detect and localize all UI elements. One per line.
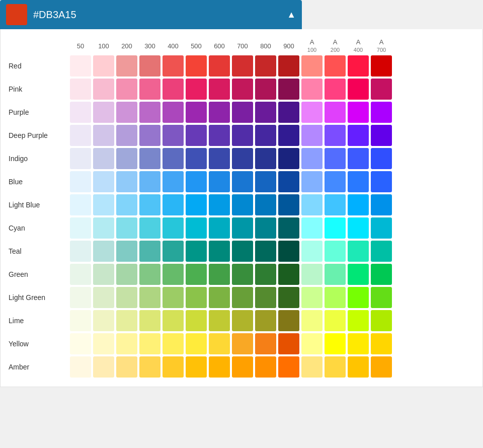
alpha-color-swatch[interactable] [371,125,392,146]
alpha-color-swatch[interactable] [348,241,369,262]
color-swatch[interactable] [139,333,160,354]
color-swatch[interactable] [186,310,207,331]
color-swatch[interactable] [209,102,230,123]
color-swatch[interactable] [278,171,299,192]
alpha-color-swatch[interactable] [348,148,369,169]
alpha-color-swatch[interactable] [301,217,323,239]
alpha-color-swatch[interactable] [301,55,323,77]
color-swatch[interactable] [278,55,299,77]
color-swatch[interactable] [278,217,299,239]
color-swatch[interactable] [93,125,114,146]
alpha-color-swatch[interactable] [371,102,392,123]
color-swatch[interactable] [209,148,230,169]
color-swatch[interactable] [93,241,114,262]
alpha-color-swatch[interactable] [348,356,369,378]
color-swatch[interactable] [255,194,276,215]
color-swatch[interactable] [70,194,91,215]
alpha-color-swatch[interactable] [325,148,346,169]
color-swatch[interactable] [163,264,184,285]
color-swatch[interactable] [232,310,253,331]
color-swatch[interactable] [209,333,230,354]
color-swatch[interactable] [186,356,207,378]
color-swatch[interactable] [93,287,114,308]
alpha-color-swatch[interactable] [325,125,346,146]
color-swatch[interactable] [116,102,137,123]
color-swatch[interactable] [209,171,230,192]
color-swatch[interactable] [255,310,276,331]
color-swatch[interactable] [186,241,207,262]
alpha-color-swatch[interactable] [301,310,323,331]
alpha-color-swatch[interactable] [348,217,369,239]
color-swatch[interactable] [255,356,276,378]
color-swatch[interactable] [93,356,114,378]
color-swatch[interactable] [116,79,137,100]
alpha-color-swatch[interactable] [325,55,346,77]
alpha-color-swatch[interactable] [301,148,323,169]
color-swatch[interactable] [255,241,276,262]
color-swatch[interactable] [232,217,253,239]
color-swatch[interactable] [255,264,276,285]
color-swatch[interactable] [255,125,276,146]
alpha-color-swatch[interactable] [301,333,323,354]
alpha-color-swatch[interactable] [371,310,392,331]
color-swatch[interactable] [70,287,91,308]
color-swatch[interactable] [186,194,207,215]
alpha-color-swatch[interactable] [371,356,392,378]
color-swatch[interactable] [139,217,160,239]
hex-input[interactable] [33,9,281,21]
color-swatch[interactable] [116,310,137,331]
color-swatch[interactable] [232,241,253,262]
alpha-color-swatch[interactable] [348,310,369,331]
alpha-color-swatch[interactable] [325,79,346,100]
color-swatch[interactable] [139,194,160,215]
alpha-color-swatch[interactable] [301,125,323,146]
color-swatch[interactable] [232,287,253,308]
color-swatch[interactable] [209,264,230,285]
color-swatch[interactable] [163,241,184,262]
alpha-color-swatch[interactable] [325,287,346,308]
color-swatch[interactable] [186,287,207,308]
color-swatch[interactable] [116,217,137,239]
color-swatch[interactable] [186,102,207,123]
color-swatch[interactable] [186,333,207,354]
color-swatch[interactable] [163,356,184,378]
color-swatch[interactable] [209,356,230,378]
color-swatch[interactable] [278,125,299,146]
color-swatch[interactable] [232,148,253,169]
color-swatch[interactable] [163,217,184,239]
color-swatch[interactable] [255,148,276,169]
color-swatch[interactable] [116,264,137,285]
color-swatch[interactable] [278,102,299,123]
alpha-color-swatch[interactable] [325,310,346,331]
alpha-color-swatch[interactable] [371,55,392,77]
color-swatch[interactable] [116,333,137,354]
color-swatch[interactable] [163,55,184,77]
color-swatch[interactable] [232,264,253,285]
color-swatch[interactable] [139,356,160,378]
color-swatch[interactable] [232,333,253,354]
color-swatch[interactable] [186,125,207,146]
color-swatch[interactable] [93,79,114,100]
color-swatch[interactable] [93,264,114,285]
color-swatch[interactable] [93,102,114,123]
color-swatch[interactable] [209,79,230,100]
color-swatch[interactable] [139,102,160,123]
color-swatch[interactable] [163,310,184,331]
color-swatch[interactable] [163,102,184,123]
color-swatch[interactable] [278,264,299,285]
alpha-color-swatch[interactable] [301,79,323,100]
alpha-color-swatch[interactable] [371,264,392,285]
color-swatch[interactable] [209,217,230,239]
alpha-color-swatch[interactable] [348,333,369,354]
color-swatch[interactable] [163,125,184,146]
alpha-color-swatch[interactable] [371,79,392,100]
color-swatch[interactable] [232,79,253,100]
color-swatch[interactable] [70,102,91,123]
color-swatch[interactable] [93,310,114,331]
alpha-color-swatch[interactable] [301,264,323,285]
color-swatch[interactable] [232,356,253,378]
color-swatch[interactable] [116,194,137,215]
alpha-color-swatch[interactable] [348,79,369,100]
alpha-color-swatch[interactable] [325,194,346,215]
alpha-color-swatch[interactable] [325,217,346,239]
